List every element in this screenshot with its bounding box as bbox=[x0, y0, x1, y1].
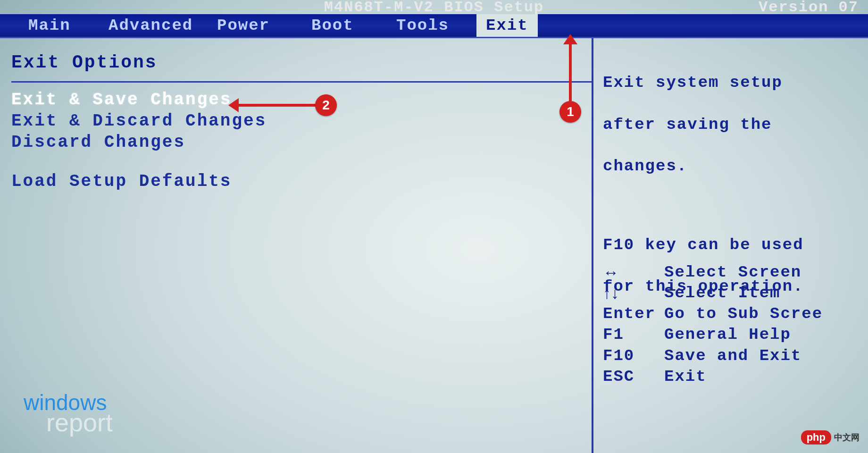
help-line: changes. bbox=[603, 156, 859, 176]
legend-row: ↔ Select Screen bbox=[603, 262, 823, 283]
legend-key-f1: F1 bbox=[603, 324, 664, 345]
legend-row: ↑↓ Select Item bbox=[603, 283, 823, 303]
watermark-windows-report: windows report bbox=[24, 393, 113, 435]
annotation-arrowhead-2 bbox=[228, 98, 239, 112]
legend-row: ESC Exit bbox=[603, 366, 823, 387]
menu-load-setup-defaults[interactable]: Load Setup Defaults bbox=[11, 171, 580, 192]
tab-power[interactable]: Power bbox=[208, 14, 302, 37]
tab-advanced[interactable]: Advanced bbox=[99, 14, 208, 37]
menu-exit-save-changes[interactable]: Exit & Save Changes bbox=[11, 89, 580, 110]
help-line: Exit system setup bbox=[603, 72, 859, 93]
panel-title: Exit Options bbox=[11, 52, 580, 73]
tab-exit[interactable]: Exit bbox=[476, 14, 538, 37]
bios-tab-bar: Main Advanced Power Boot Tools Exit bbox=[0, 14, 868, 37]
annotation-arrow-1 bbox=[569, 39, 572, 101]
legend-exit: Exit bbox=[664, 366, 707, 387]
panel-divider bbox=[11, 81, 592, 83]
legend-save-and-exit: Save and Exit bbox=[664, 345, 801, 366]
tab-main[interactable]: Main bbox=[19, 14, 99, 37]
annotation-arrowhead-1 bbox=[563, 34, 577, 44]
watermark-report: report bbox=[46, 411, 113, 435]
legend-key-arrows-ud: ↑↓ bbox=[603, 283, 664, 303]
menu-gap bbox=[11, 153, 580, 171]
bios-title-bar: M4N68T-M-V2 BIOS Setup Version 07 bbox=[0, 0, 868, 14]
bios-body: Exit Options Exit & Save Changes Exit & … bbox=[0, 37, 868, 453]
legend-row: F10 Save and Exit bbox=[603, 345, 823, 366]
menu-exit-discard-changes[interactable]: Exit & Discard Changes bbox=[11, 110, 580, 132]
watermark-php-pill: php bbox=[801, 430, 831, 445]
legend-row: F1 General Help bbox=[603, 324, 823, 345]
legend-key-esc: ESC bbox=[603, 366, 664, 387]
legend-general-help: General Help bbox=[664, 324, 791, 345]
menu-discard-changes[interactable]: Discard Changes bbox=[11, 132, 580, 153]
annotation-badge-1: 1 bbox=[559, 101, 581, 123]
watermark-php-cn: php 中文网 bbox=[801, 430, 860, 445]
tab-boot[interactable]: Boot bbox=[302, 14, 387, 37]
tab-tools[interactable]: Tools bbox=[387, 14, 476, 37]
legend-select-screen: Select Screen bbox=[664, 262, 801, 283]
help-line: after saving the bbox=[603, 114, 859, 135]
bios-title: M4N68T-M-V2 BIOS Setup bbox=[324, 0, 544, 14]
legend-key-f10: F10 bbox=[603, 345, 664, 366]
bios-version: Version 07 bbox=[759, 0, 859, 14]
legend-key-enter: Enter bbox=[603, 303, 664, 324]
annotation-badge-2: 2 bbox=[315, 94, 337, 116]
help-line: F10 key can be used bbox=[603, 235, 859, 255]
legend-select-item: Select Item bbox=[664, 283, 780, 303]
legend-row: Enter Go to Sub Scree bbox=[603, 303, 823, 324]
annotation-arrow-2 bbox=[238, 104, 316, 107]
key-legend: ↔ Select Screen ↑↓ Select Item Enter Go … bbox=[603, 262, 823, 387]
watermark-php-text: 中文网 bbox=[834, 432, 860, 443]
legend-key-arrows-lr: ↔ bbox=[603, 262, 664, 283]
legend-go-sub-screen: Go to Sub Scree bbox=[664, 303, 823, 324]
help-panel: Exit system setup after saving the chang… bbox=[593, 38, 868, 453]
